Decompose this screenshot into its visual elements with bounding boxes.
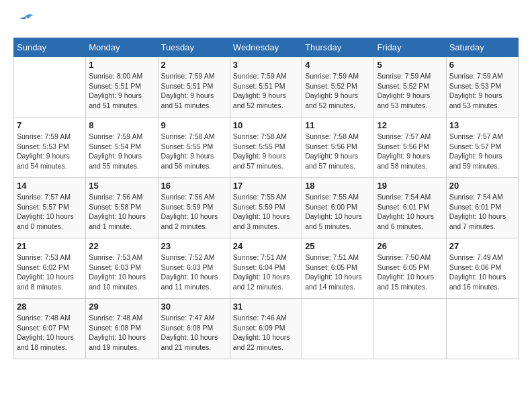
calendar-cell: 21Sunrise: 7:53 AM Sunset: 6:02 PM Dayli… <box>14 238 86 299</box>
day-number: 31 <box>233 302 299 312</box>
calendar-cell: 2Sunrise: 7:59 AM Sunset: 5:51 PM Daylig… <box>158 57 230 118</box>
calendar-cell: 19Sunrise: 7:54 AM Sunset: 6:01 PM Dayli… <box>374 178 446 238</box>
day-number: 4 <box>305 60 371 70</box>
column-header-wednesday: Wednesday <box>230 38 302 57</box>
day-info: Sunrise: 7:59 AM Sunset: 5:52 PM Dayligh… <box>377 71 443 111</box>
day-number: 11 <box>305 120 371 130</box>
day-number: 16 <box>161 181 227 191</box>
calendar-cell: 24Sunrise: 7:51 AM Sunset: 6:04 PM Dayli… <box>230 238 302 299</box>
day-info: Sunrise: 7:58 AM Sunset: 5:56 PM Dayligh… <box>305 132 371 171</box>
day-info: Sunrise: 7:51 AM Sunset: 6:05 PM Dayligh… <box>305 253 371 292</box>
day-info: Sunrise: 7:57 AM Sunset: 5:57 PM Dayligh… <box>449 132 515 171</box>
calendar-cell: 20Sunrise: 7:54 AM Sunset: 6:01 PM Dayli… <box>446 178 518 238</box>
day-number: 10 <box>233 120 299 130</box>
calendar-cell: 5Sunrise: 7:59 AM Sunset: 5:52 PM Daylig… <box>374 57 446 118</box>
column-header-monday: Monday <box>86 38 158 57</box>
column-header-saturday: Saturday <box>446 38 518 57</box>
calendar-week-row: 28Sunrise: 7:48 AM Sunset: 6:07 PM Dayli… <box>14 299 519 359</box>
day-number: 19 <box>377 181 443 191</box>
day-number: 23 <box>161 241 227 251</box>
day-info: Sunrise: 7:57 AM Sunset: 5:57 PM Dayligh… <box>17 192 83 232</box>
day-info: Sunrise: 7:59 AM Sunset: 5:52 PM Dayligh… <box>305 71 371 111</box>
day-info: Sunrise: 7:59 AM Sunset: 5:51 PM Dayligh… <box>233 71 299 111</box>
day-info: Sunrise: 7:59 AM Sunset: 5:54 PM Dayligh… <box>89 132 154 171</box>
column-header-sunday: Sunday <box>14 38 86 57</box>
day-number: 28 <box>17 302 83 312</box>
logo <box>13 13 35 31</box>
day-info: Sunrise: 7:50 AM Sunset: 6:05 PM Dayligh… <box>377 253 443 292</box>
day-info: Sunrise: 7:55 AM Sunset: 6:00 PM Dayligh… <box>305 192 371 232</box>
day-number: 20 <box>449 181 515 191</box>
calendar-cell: 15Sunrise: 7:56 AM Sunset: 5:58 PM Dayli… <box>86 178 158 238</box>
day-info: Sunrise: 7:46 AM Sunset: 6:09 PM Dayligh… <box>233 313 299 353</box>
calendar-cell: 26Sunrise: 7:50 AM Sunset: 6:05 PM Dayli… <box>374 238 446 299</box>
calendar-cell: 18Sunrise: 7:55 AM Sunset: 6:00 PM Dayli… <box>302 178 374 238</box>
calendar-cell <box>374 299 446 359</box>
day-info: Sunrise: 7:57 AM Sunset: 5:56 PM Dayligh… <box>377 132 443 171</box>
day-number: 27 <box>449 241 515 251</box>
calendar-cell: 31Sunrise: 7:46 AM Sunset: 6:09 PM Dayli… <box>230 299 302 359</box>
calendar-week-row: 1Sunrise: 8:00 AM Sunset: 5:51 PM Daylig… <box>14 57 519 118</box>
calendar-cell: 6Sunrise: 7:59 AM Sunset: 5:53 PM Daylig… <box>446 57 518 118</box>
day-number: 26 <box>377 241 443 251</box>
calendar-cell: 4Sunrise: 7:59 AM Sunset: 5:52 PM Daylig… <box>302 57 374 118</box>
day-info: Sunrise: 7:59 AM Sunset: 5:53 PM Dayligh… <box>449 71 515 111</box>
day-info: Sunrise: 7:56 AM Sunset: 5:59 PM Dayligh… <box>161 192 227 232</box>
day-number: 30 <box>161 302 227 312</box>
calendar-cell: 8Sunrise: 7:59 AM Sunset: 5:54 PM Daylig… <box>86 118 158 178</box>
day-info: Sunrise: 7:52 AM Sunset: 6:03 PM Dayligh… <box>161 253 227 292</box>
calendar-cell: 25Sunrise: 7:51 AM Sunset: 6:05 PM Dayli… <box>302 238 374 299</box>
day-number: 25 <box>305 241 371 251</box>
day-info: Sunrise: 7:59 AM Sunset: 5:53 PM Dayligh… <box>17 132 83 171</box>
calendar-cell <box>446 299 518 359</box>
calendar-week-row: 21Sunrise: 7:53 AM Sunset: 6:02 PM Dayli… <box>14 238 519 299</box>
calendar-cell: 30Sunrise: 7:47 AM Sunset: 6:08 PM Dayli… <box>158 299 230 359</box>
day-number: 13 <box>449 120 515 130</box>
calendar-cell: 9Sunrise: 7:58 AM Sunset: 5:55 PM Daylig… <box>158 118 230 178</box>
calendar-cell: 14Sunrise: 7:57 AM Sunset: 5:57 PM Dayli… <box>14 178 86 238</box>
calendar-cell: 28Sunrise: 7:48 AM Sunset: 6:07 PM Dayli… <box>14 299 86 359</box>
column-header-thursday: Thursday <box>302 38 374 57</box>
calendar-cell: 13Sunrise: 7:57 AM Sunset: 5:57 PM Dayli… <box>446 118 518 178</box>
column-header-tuesday: Tuesday <box>158 38 230 57</box>
day-number: 21 <box>17 241 83 251</box>
calendar-week-row: 7Sunrise: 7:59 AM Sunset: 5:53 PM Daylig… <box>14 118 519 178</box>
calendar-cell <box>302 299 374 359</box>
calendar-cell: 23Sunrise: 7:52 AM Sunset: 6:03 PM Dayli… <box>158 238 230 299</box>
page-header <box>13 13 519 31</box>
calendar-cell: 29Sunrise: 7:48 AM Sunset: 6:08 PM Dayli… <box>86 299 158 359</box>
calendar-table: SundayMondayTuesdayWednesdayThursdayFrid… <box>13 38 519 359</box>
calendar-cell: 11Sunrise: 7:58 AM Sunset: 5:56 PM Dayli… <box>302 118 374 178</box>
day-number: 1 <box>89 60 154 70</box>
day-number: 6 <box>449 60 515 70</box>
day-number: 29 <box>89 302 154 312</box>
day-info: Sunrise: 7:48 AM Sunset: 6:08 PM Dayligh… <box>89 313 154 353</box>
day-number: 2 <box>161 60 227 70</box>
calendar-cell: 17Sunrise: 7:55 AM Sunset: 5:59 PM Dayli… <box>230 178 302 238</box>
calendar-cell <box>14 57 86 118</box>
day-info: Sunrise: 7:51 AM Sunset: 6:04 PM Dayligh… <box>233 253 299 292</box>
day-info: Sunrise: 7:58 AM Sunset: 5:55 PM Dayligh… <box>161 132 227 171</box>
day-number: 7 <box>17 120 83 130</box>
day-info: Sunrise: 8:00 AM Sunset: 5:51 PM Dayligh… <box>89 71 154 111</box>
day-number: 15 <box>89 181 154 191</box>
day-info: Sunrise: 7:48 AM Sunset: 6:07 PM Dayligh… <box>17 313 83 353</box>
calendar-cell: 3Sunrise: 7:59 AM Sunset: 5:51 PM Daylig… <box>230 57 302 118</box>
day-number: 17 <box>233 181 299 191</box>
calendar-cell: 1Sunrise: 8:00 AM Sunset: 5:51 PM Daylig… <box>86 57 158 118</box>
calendar-cell: 16Sunrise: 7:56 AM Sunset: 5:59 PM Dayli… <box>158 178 230 238</box>
day-number: 12 <box>377 120 443 130</box>
day-number: 24 <box>233 241 299 251</box>
day-number: 22 <box>89 241 154 251</box>
column-header-friday: Friday <box>374 38 446 57</box>
day-info: Sunrise: 7:47 AM Sunset: 6:08 PM Dayligh… <box>161 313 227 353</box>
day-info: Sunrise: 7:49 AM Sunset: 6:06 PM Dayligh… <box>449 253 515 292</box>
day-info: Sunrise: 7:53 AM Sunset: 6:02 PM Dayligh… <box>17 253 83 292</box>
calendar-cell: 22Sunrise: 7:53 AM Sunset: 6:03 PM Dayli… <box>86 238 158 299</box>
day-number: 8 <box>89 120 154 130</box>
day-info: Sunrise: 7:59 AM Sunset: 5:51 PM Dayligh… <box>161 71 227 111</box>
day-number: 14 <box>17 181 83 191</box>
day-number: 5 <box>377 60 443 70</box>
day-info: Sunrise: 7:55 AM Sunset: 5:59 PM Dayligh… <box>233 192 299 232</box>
day-info: Sunrise: 7:54 AM Sunset: 6:01 PM Dayligh… <box>449 192 515 232</box>
